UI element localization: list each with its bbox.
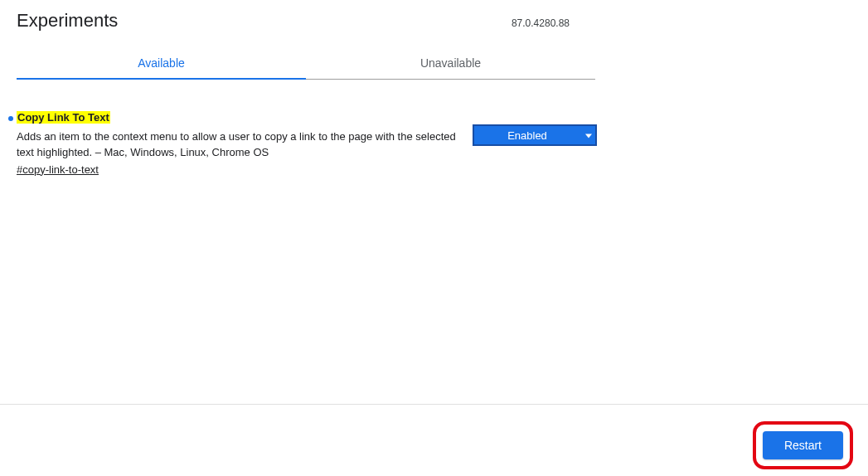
experiment-row: Copy Link To Text Adds an item to the co… [8, 111, 851, 176]
experiment-state-select[interactable]: DefaultEnabledDisabled [473, 124, 597, 146]
restart-highlight-box: Restart [753, 421, 853, 469]
page-title: Experiments [17, 10, 118, 32]
footer-bar: Restart [0, 415, 868, 476]
experiment-description: Adds an item to the context menu to allo… [17, 129, 464, 161]
tab-available[interactable]: Available [17, 56, 306, 80]
experiment-title: Copy Link To Text [17, 111, 110, 124]
modified-indicator-icon [8, 116, 13, 121]
restart-button[interactable]: Restart [763, 431, 843, 459]
tabs: Available Unavailable [17, 56, 595, 80]
experiment-hash-link[interactable]: #copy-link-to-text [17, 163, 99, 176]
footer-divider [0, 404, 868, 405]
tab-unavailable[interactable]: Unavailable [306, 56, 595, 80]
version-label: 87.0.4280.88 [512, 17, 570, 29]
experiment-select-wrap: DefaultEnabledDisabled [473, 124, 597, 146]
